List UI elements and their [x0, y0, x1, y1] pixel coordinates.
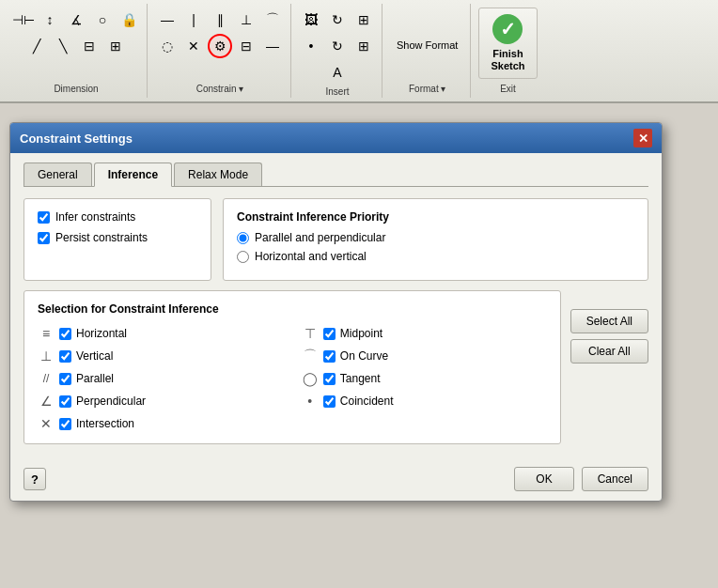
constrain-tool-9[interactable]: ⊟ [234, 34, 258, 58]
constrain-label: Constrain ▾ [196, 82, 244, 94]
constrain-tool-5[interactable]: ⌒ [260, 8, 285, 32]
dimension-tool-9[interactable]: ⊞ [103, 34, 128, 58]
toolbar: ⊣⊢ ↕ ∡ ○ 🔒 ╱ ╲ ⊟ ⊞ Dimension — | ∥ ⊥ ⌒ ◌… [0, 0, 718, 103]
dimension-tool-3[interactable]: ∡ [64, 8, 88, 32]
insert-tool-5[interactable]: ↻ [325, 34, 350, 58]
constrain-tool-7[interactable]: ✕ [181, 34, 206, 58]
show-format-btn[interactable]: Show Format [390, 33, 464, 57]
insert-tool-2[interactable]: ↻ [325, 8, 350, 32]
dimension-tool-8[interactable]: ⊟ [77, 34, 101, 58]
constrain-tool-1[interactable]: — [155, 8, 180, 32]
dimension-label: Dimension [54, 82, 98, 94]
toolbar-constrain-group: — | ∥ ⊥ ⌒ ◌ ✕ ⚙ ⊟ — Constrain ▾ [149, 4, 291, 98]
toolbar-format-group: Show Format Format ▾ [384, 4, 471, 98]
finish-sketch-label: Finish Sketch [491, 48, 524, 72]
finish-sketch-btn[interactable]: ✓ Finish Sketch [478, 8, 537, 79]
constrain-tool-10[interactable]: — [260, 34, 285, 58]
insert-tool-3[interactable]: ⊞ [351, 8, 376, 32]
dimension-tool-2[interactable]: ↕ [38, 8, 62, 32]
dimension-tool-7[interactable]: ╲ [51, 34, 75, 58]
insert-tool-6[interactable]: ⊞ [351, 34, 376, 58]
exit-label: Exit [500, 82, 516, 94]
finish-sketch-group: ✓ Finish Sketch Exit [473, 4, 542, 98]
constrain-tool-2[interactable]: | [181, 8, 206, 32]
constrain-settings-tool[interactable]: ⚙ [208, 34, 232, 58]
dimension-tool-5[interactable]: 🔒 [117, 8, 141, 32]
checkmark-icon: ✓ [492, 14, 523, 44]
points-tool[interactable]: • [299, 34, 323, 58]
toolbar-dimension-group: ⊣⊢ ↕ ∡ ○ 🔒 ╱ ╲ ⊟ ⊞ Dimension [6, 4, 148, 98]
acad-tool[interactable]: A [325, 60, 350, 85]
constrain-tool-3[interactable]: ∥ [208, 8, 232, 32]
toolbar-insert-group: 🖼 ↻ ⊞ • ↻ ⊞ A Insert [293, 4, 382, 98]
image-tool[interactable]: 🖼 [299, 8, 323, 32]
dimension-tool-6[interactable]: ╱ [24, 34, 49, 58]
dimension-tool-4[interactable]: ○ [90, 8, 115, 32]
insert-label: Insert [325, 85, 349, 97]
constrain-tool-4[interactable]: ⊥ [234, 8, 258, 32]
dimension-tool-1[interactable]: ⊣⊢ [11, 8, 36, 32]
constrain-tool-6[interactable]: ◌ [155, 34, 180, 58]
format-label: Format ▾ [409, 82, 445, 94]
